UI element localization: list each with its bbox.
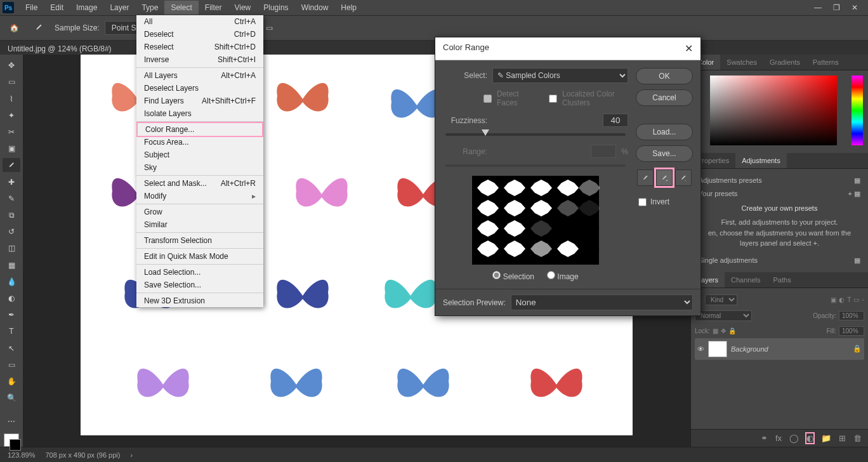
blend-mode-select[interactable]: Normal xyxy=(695,310,752,321)
new-group-icon[interactable]: 📁 xyxy=(821,433,831,443)
menu-item-sky[interactable]: Sky xyxy=(136,161,263,174)
menu-select[interactable]: Select xyxy=(164,1,198,15)
blur-tool[interactable]: 💧 xyxy=(3,275,20,289)
menu-filter[interactable]: Filter xyxy=(199,1,228,15)
localized-clusters-checkbox[interactable] xyxy=(549,95,557,103)
home-icon[interactable]: 🏠 xyxy=(5,19,23,37)
menu-file[interactable]: File xyxy=(19,1,44,15)
quick-select-tool[interactable]: ✦ xyxy=(3,109,20,122)
menu-item-color-range-[interactable]: Color Range... xyxy=(136,122,263,137)
path-select-tool[interactable]: ↖ xyxy=(3,341,20,355)
menu-item-select-and-mask-[interactable]: Select and Mask...Alt+Ctrl+R xyxy=(136,177,263,190)
fuzziness-input[interactable] xyxy=(603,114,628,127)
layer-mask-icon[interactable]: ◯ xyxy=(789,433,799,443)
fill-input[interactable] xyxy=(839,326,864,336)
menu-item-save-selection-[interactable]: Save Selection... xyxy=(136,279,263,291)
delete-layer-icon[interactable]: 🗑 xyxy=(853,433,862,443)
type-tool[interactable]: T xyxy=(3,324,20,338)
pen-tool[interactable]: ✒ xyxy=(3,308,20,322)
opacity-input[interactable] xyxy=(839,311,864,320)
color-picker[interactable] xyxy=(691,70,868,153)
menu-view[interactable]: View xyxy=(228,1,257,15)
menu-item-transform-selection[interactable]: Transform Selection xyxy=(136,234,263,247)
healing-tool[interactable]: ✚ xyxy=(3,175,20,188)
dodge-tool[interactable]: ◐ xyxy=(3,291,20,305)
menu-item-all-layers[interactable]: All LayersAlt+Ctrl+A xyxy=(136,69,263,82)
menu-item-deselect-layers[interactable]: Deselect Layers xyxy=(136,82,263,95)
tab-patterns[interactable]: Patterns xyxy=(806,55,845,70)
minimize-button[interactable]: — xyxy=(814,3,822,12)
status-arrow-icon[interactable]: › xyxy=(130,451,133,459)
tab-paths[interactable]: Paths xyxy=(767,272,798,287)
menu-item-load-selection-[interactable]: Load Selection... xyxy=(136,266,263,279)
menu-help[interactable]: Help xyxy=(334,1,363,15)
eyedropper-tool[interactable] xyxy=(3,158,20,172)
menu-window[interactable]: Window xyxy=(295,1,335,15)
tab-gradients[interactable]: Gradients xyxy=(763,55,806,70)
shape-tool[interactable]: ▭ xyxy=(3,358,20,372)
layer-kind-select[interactable]: Kind xyxy=(705,294,737,305)
foreground-background-colors[interactable] xyxy=(4,433,19,447)
lasso-tool[interactable]: ⌇ xyxy=(3,91,20,105)
menu-item-reselect[interactable]: ReselectShift+Ctrl+D xyxy=(136,41,263,53)
crop-tool[interactable]: ✂ xyxy=(3,125,20,139)
menu-item-similar[interactable]: Similar xyxy=(136,218,263,231)
adjustments-grid-icon[interactable]: ▦ xyxy=(854,176,860,185)
radio-image[interactable]: Image xyxy=(547,271,579,281)
lock-position-icon[interactable]: ✥ xyxy=(721,327,726,334)
menu-item-deselect[interactable]: DeselectCtrl+D xyxy=(136,28,263,41)
menu-item-find-layers[interactable]: Find LayersAlt+Shift+Ctrl+F xyxy=(136,95,263,107)
eyedropper-sample-icon[interactable] xyxy=(637,169,654,186)
brush-tool[interactable]: ✎ xyxy=(3,192,20,206)
save-button[interactable]: Save... xyxy=(636,145,693,162)
close-button[interactable]: ✕ xyxy=(852,3,858,12)
link-layers-icon[interactable]: ⚭ xyxy=(761,433,768,443)
invert-checkbox[interactable] xyxy=(638,198,647,206)
dialog-titlebar[interactable]: Color Range ✕ xyxy=(435,37,700,60)
zoom-level[interactable]: 123.89% xyxy=(8,451,35,459)
eyedropper-add-icon[interactable]: + xyxy=(656,169,673,186)
stamp-tool[interactable]: ⧉ xyxy=(3,208,20,222)
hand-tool[interactable]: ✋ xyxy=(3,374,20,388)
zoom-tool[interactable]: 🔍 xyxy=(3,391,20,405)
dialog-close-button[interactable]: ✕ xyxy=(685,43,693,55)
menu-item-edit-in-quick-mask-mode[interactable]: Edit in Quick Mask Mode xyxy=(136,250,263,263)
layer-fx-icon[interactable]: fx xyxy=(775,433,782,443)
single-adj-grid-icon[interactable]: ▦ xyxy=(854,256,860,265)
fuzziness-slider[interactable] xyxy=(445,133,626,136)
menu-type[interactable]: Type xyxy=(135,1,164,15)
eyedropper-tool-icon[interactable] xyxy=(28,22,49,35)
radio-selection[interactable]: Selection xyxy=(492,271,534,281)
layer-filter-smart-icon[interactable]: ▫ xyxy=(862,296,864,303)
menu-layer[interactable]: Layer xyxy=(103,1,135,15)
eraser-tool[interactable]: ◫ xyxy=(3,241,20,255)
layer-filter-adj-icon[interactable]: ◐ xyxy=(839,296,845,303)
menu-plugins[interactable]: Plugins xyxy=(257,1,294,15)
layer-filter-type-icon[interactable]: T xyxy=(847,296,851,303)
add-preset-icon[interactable]: + xyxy=(848,190,852,197)
layer-visibility-icon[interactable]: 👁 xyxy=(697,345,704,353)
lock-all-icon[interactable]: 🔒 xyxy=(728,327,736,334)
layer-filter-img-icon[interactable]: ▣ xyxy=(831,296,836,303)
new-layer-icon[interactable]: ⊞ xyxy=(839,433,846,443)
tab-adjustments[interactable]: Adjustments xyxy=(735,153,787,168)
layer-row-background[interactable]: 👁 Background 🔒 xyxy=(695,338,864,360)
menu-item-modify[interactable]: Modify▸ xyxy=(136,190,263,202)
lock-pixels-icon[interactable]: ▦ xyxy=(713,327,718,334)
new-adjustment-layer-icon[interactable]: ◐ xyxy=(806,433,813,443)
menu-item-focus-area-[interactable]: Focus Area... xyxy=(136,136,263,148)
gradient-tool[interactable]: ▦ xyxy=(3,258,20,272)
menu-item-isolate-layers[interactable]: Isolate Layers xyxy=(136,107,263,120)
edit-toolbar-icon[interactable]: ⋯ xyxy=(3,414,20,428)
maximize-button[interactable]: ❐ xyxy=(833,3,840,12)
menu-edit[interactable]: Edit xyxy=(44,1,70,15)
menu-item-new-d-extrusion[interactable]: New 3D Extrusion xyxy=(136,294,263,307)
eyedropper-subtract-icon[interactable]: - xyxy=(675,169,692,186)
tab-swatches[interactable]: Swatches xyxy=(720,55,763,70)
menu-item-all[interactable]: AllCtrl+A xyxy=(136,15,263,28)
ok-button[interactable]: OK xyxy=(636,68,693,84)
history-brush-tool[interactable]: ↺ xyxy=(3,225,20,239)
load-button[interactable]: Load... xyxy=(636,124,693,140)
frame-tool[interactable]: ▣ xyxy=(3,142,20,155)
selection-preview-select[interactable]: None xyxy=(511,294,693,310)
